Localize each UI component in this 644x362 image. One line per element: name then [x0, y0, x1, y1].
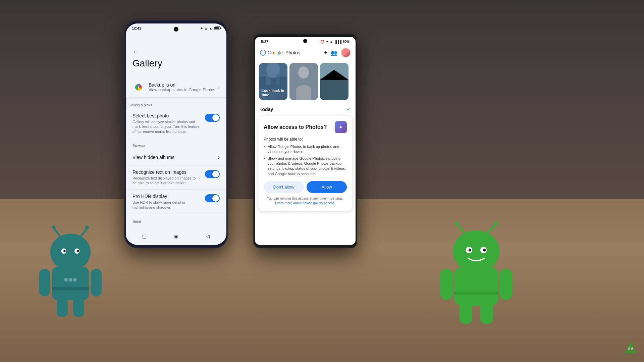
memory-card-2[interactable]: Spotlight on me Over the ...: [289, 63, 318, 100]
alarm-icon: ⏰: [320, 40, 324, 44]
svg-text:AA: AA: [628, 347, 634, 351]
svg-point-20: [77, 250, 79, 252]
memory-card-3[interactable]: 4 years since...: [320, 63, 348, 100]
landscape-image-1: [259, 63, 287, 89]
svg-rect-24: [91, 269, 102, 297]
left-phone-screen: 12:41 ✦ ▲ ▲ ← Gallery: [126, 23, 226, 245]
svg-rect-27: [52, 287, 89, 290]
app-icon-svg: [337, 123, 345, 131]
permission-dialog: Allow access to Photos?: [258, 116, 352, 211]
google-logo-icon: [260, 49, 266, 56]
photos-text: Photos: [285, 50, 300, 55]
dialog-footer-text: You can remove this access at any time i…: [267, 197, 343, 200]
dialog-header: Allow access to Photos?: [264, 121, 347, 133]
select-best-photo-row: Select best photo Gallery will analyze s…: [132, 113, 220, 134]
memory-card-2-bg: Spotlight on me Over the ...: [289, 63, 318, 100]
allow-button[interactable]: Allow: [307, 181, 347, 193]
svg-point-19: [63, 250, 66, 252]
svg-point-14: [52, 225, 56, 229]
dont-allow-button[interactable]: Don't allow: [264, 181, 304, 193]
memory-label-1: Look back in time: [262, 89, 285, 97]
status-icons-right: ⏰ ✦ ▲ ▐▐▐ 60%: [320, 40, 350, 44]
add-icon[interactable]: +: [324, 49, 327, 56]
svg-rect-26: [73, 298, 84, 317]
pro-hdr-text: Pro HDR display Use HDR to show more det…: [132, 194, 200, 210]
memory-card-1-bg: Look back in time: [259, 63, 287, 100]
aa-logo-icon: AA: [624, 341, 637, 354]
svg-rect-1: [259, 76, 287, 89]
svg-point-30: [73, 278, 77, 282]
people-icon[interactable]: 👥: [331, 50, 337, 56]
bt-icon-right: ✦: [326, 40, 328, 44]
svg-rect-21: [52, 267, 89, 300]
pro-hdr-toggle[interactable]: [205, 194, 220, 202]
view-hidden-albums-row[interactable]: View hidden albums ›: [126, 150, 226, 165]
battery-icon-left: [214, 27, 220, 30]
android-figure-left: [34, 224, 107, 318]
svg-point-28: [64, 278, 68, 282]
dialog-title: Allow access to Photos?: [264, 124, 327, 130]
gallery-picks-label: Gallery's picks: [126, 98, 226, 109]
dialog-footer: You can remove this access at any time i…: [264, 196, 347, 206]
google-text: Google: [268, 50, 284, 55]
watermark: AA: [624, 341, 637, 355]
svg-line-34: [488, 224, 496, 232]
svg-point-29: [69, 278, 72, 282]
memory-card-1[interactable]: Look back in time: [259, 63, 287, 100]
select-best-photo-text: Select best photo Gallery will analyze s…: [132, 113, 200, 134]
user-avatar[interactable]: [341, 48, 351, 58]
select-best-photo-title: Select best photo: [132, 113, 200, 118]
recognize-text-title: Recognize text on images: [132, 169, 200, 175]
dialog-buttons: Don't allow Allow: [264, 181, 347, 193]
svg-rect-4: [276, 74, 280, 85]
time-right: 5:27: [261, 40, 268, 44]
pro-hdr-desc: Use HDR to show more detail in highlight…: [132, 200, 200, 210]
dialog-footer-link[interactable]: Learn more about device gallery access.: [275, 201, 335, 205]
svg-line-15: [82, 228, 87, 236]
photos-header-actions: + 👥: [324, 48, 351, 58]
select-best-photo-desc: Gallery will analyze similar photos and …: [132, 119, 200, 134]
gallery-title: Gallery: [132, 58, 220, 69]
browse-label: Browse: [126, 138, 226, 150]
select-best-photo-toggle[interactable]: [205, 114, 220, 122]
recognize-text-item: Recognize text on images Recognize text …: [126, 165, 226, 190]
app-icon: [335, 121, 347, 133]
svg-point-39: [483, 249, 486, 251]
picks-border: [126, 98, 126, 109]
photos-screen: 5:27 ⏰ ✦ ▲ ▐▐▐ 60% Google Ph: [255, 37, 356, 245]
permission-item-1: Allow Google Photos to back up photos an…: [264, 144, 347, 155]
dialog-body: Photos will be able to: Allow Google Pho…: [264, 137, 347, 176]
signal-icon: ▲: [204, 27, 208, 30]
svg-line-32: [457, 224, 464, 232]
pro-hdr-row: Pro HDR display Use HDR to show more det…: [132, 194, 220, 210]
send-label: Send: [126, 214, 226, 225]
photos-header: Google Photos + 👥: [255, 45, 356, 60]
pro-hdr-title: Pro HDR display: [132, 194, 200, 199]
right-phone-screen: 5:27 ⏰ ✦ ▲ ▐▐▐ 60% Google Ph: [255, 37, 356, 245]
camera-notch-right: [303, 39, 307, 43]
svg-point-35: [494, 221, 498, 225]
bt-icon: ✦: [200, 27, 203, 30]
nav-square[interactable]: ▢: [141, 233, 148, 240]
battery-pct: 60%: [343, 40, 350, 44]
svg-rect-22: [61, 261, 80, 271]
svg-rect-8: [320, 80, 348, 100]
nav-triangle[interactable]: ◁: [205, 233, 211, 240]
svg-rect-46: [454, 292, 498, 295]
recognize-text-toggle[interactable]: [205, 170, 220, 178]
permissions-list: Allow Google Photos to back up photos an…: [264, 144, 347, 176]
svg-rect-40: [454, 267, 498, 306]
recognize-text-row: Recognize text on images Recognize text …: [132, 169, 220, 186]
back-button[interactable]: ←: [132, 48, 220, 55]
wifi-icon: ▲: [209, 27, 212, 30]
view-hidden-chevron: ›: [218, 154, 220, 160]
wifi-icon-right: ▲: [330, 40, 333, 44]
gallery-header: ← Gallery: [126, 32, 226, 77]
status-icons-left: ✦ ▲ ▲: [200, 27, 220, 30]
recognize-text-text: Recognize text on images Recognize text …: [132, 169, 200, 186]
backup-row[interactable]: Backup is on View backup status in Googl…: [126, 77, 226, 98]
nav-circle[interactable]: ◉: [173, 233, 179, 240]
dialog-body-intro: Photos will be able to:: [264, 137, 347, 142]
backup-chevron: ›: [218, 85, 220, 90]
left-phone: 12:41 ✦ ▲ ▲ ← Gallery: [124, 20, 228, 248]
